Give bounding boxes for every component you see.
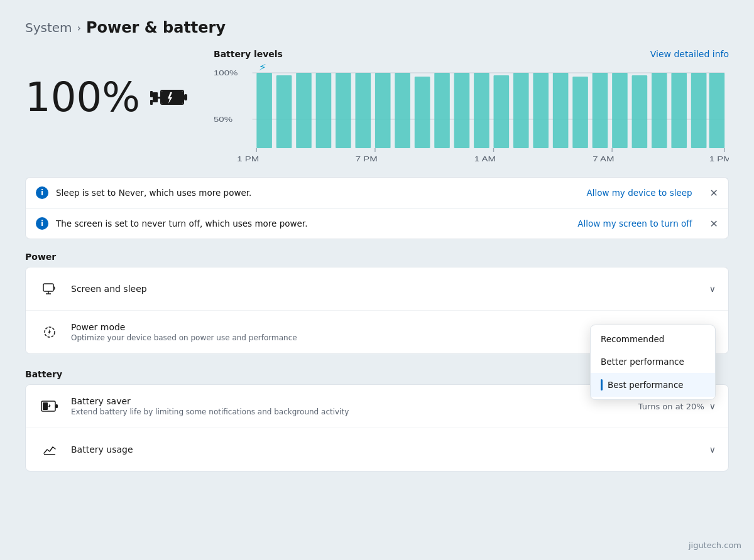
svg-rect-29 <box>533 73 549 148</box>
watermark: jigutech.com <box>689 541 741 550</box>
svg-rect-35 <box>652 73 667 148</box>
svg-text:7 PM: 7 PM <box>356 155 378 163</box>
svg-rect-0 <box>150 91 153 97</box>
notification-banners: i Sleep is set to Never, which uses more… <box>25 177 729 239</box>
battery-saver-right: Turns on at 20% ∨ <box>638 401 716 411</box>
svg-rect-2 <box>153 92 158 102</box>
info-icon-1: i <box>36 186 48 199</box>
power-settings-card: Screen and sleep ∨ Power mode Optimize y… <box>25 267 729 354</box>
svg-rect-16 <box>276 75 292 148</box>
dropdown-recommended[interactable]: Recommended <box>591 328 715 350</box>
top-section: 100% <box>25 49 729 164</box>
selected-bar-icon <box>601 379 603 390</box>
svg-text:1 PM: 1 PM <box>237 155 259 163</box>
chart-title: Battery levels <box>214 49 283 59</box>
svg-rect-36 <box>671 73 687 148</box>
battery-saver-content: Battery saver Extend battery life by lim… <box>71 396 638 416</box>
svg-rect-20 <box>356 73 371 148</box>
battery-usage-right[interactable]: ∨ <box>709 444 716 455</box>
screen-sleep-content: Screen and sleep <box>71 284 709 294</box>
battery-usage-icon <box>38 438 61 461</box>
svg-text:7 AM: 7 AM <box>593 155 614 163</box>
battery-usage-row[interactable]: Battery usage ∨ <box>26 428 728 471</box>
svg-rect-18 <box>316 73 332 148</box>
svg-rect-15 <box>256 73 272 148</box>
battery-chart-container: Battery levels View detailed info 100% 5… <box>201 49 729 164</box>
close-screen-notification-button[interactable]: ✕ <box>710 218 718 230</box>
battery-usage-content: Battery usage <box>71 444 709 455</box>
svg-rect-28 <box>513 73 529 148</box>
sleep-notification-text: Sleep is set to Never, which uses more p… <box>56 188 579 198</box>
breadcrumb: System › Power & battery <box>25 19 729 36</box>
svg-rect-19 <box>336 73 351 148</box>
screen-sleep-title: Screen and sleep <box>71 284 709 294</box>
screen-and-sleep-row[interactable]: Screen and sleep ∨ <box>26 267 728 311</box>
svg-rect-24 <box>434 73 450 148</box>
battery-saver-icon <box>38 395 61 417</box>
power-mode-icon <box>38 321 61 343</box>
svg-text:50%: 50% <box>214 116 232 124</box>
svg-rect-25 <box>454 73 470 148</box>
dropdown-better-performance[interactable]: Better performance <box>591 350 715 373</box>
close-sleep-notification-button[interactable]: ✕ <box>710 187 718 199</box>
screen-sleep-icon <box>38 277 61 300</box>
svg-rect-27 <box>494 75 510 148</box>
svg-text:1 PM: 1 PM <box>709 155 729 163</box>
svg-rect-31 <box>572 77 588 148</box>
dropdown-best-performance[interactable]: Best performance <box>591 373 715 397</box>
svg-rect-1 <box>150 100 153 105</box>
svg-rect-32 <box>593 73 608 148</box>
allow-screen-off-link[interactable]: Allow my screen to turn off <box>577 218 692 229</box>
svg-rect-22 <box>395 73 410 148</box>
screen-notification-banner: i The screen is set to never turn off, w… <box>25 208 729 239</box>
chart-header: Battery levels View detailed info <box>214 49 729 59</box>
battery-percentage-display: 100% <box>25 74 201 121</box>
svg-rect-21 <box>375 73 391 148</box>
svg-rect-3 <box>158 97 160 99</box>
dropdown-better-performance-label: Better performance <box>601 357 684 367</box>
svg-rect-38 <box>709 73 725 148</box>
battery-saver-subtitle: Extend battery life by limiting some not… <box>71 407 638 416</box>
breadcrumb-system[interactable]: System <box>25 20 72 35</box>
svg-rect-17 <box>296 73 312 148</box>
power-mode-dropdown[interactable]: Recommended Better performance Best perf… <box>590 325 716 400</box>
view-detailed-info-link[interactable]: View detailed info <box>650 49 729 59</box>
battery-usage-chevron-icon[interactable]: ∨ <box>709 444 716 455</box>
power-mode-row[interactable]: Power mode Optimize your device based on… <box>26 311 728 353</box>
svg-rect-54 <box>55 404 58 408</box>
svg-rect-49 <box>43 284 53 291</box>
screen-notification-text: The screen is set to never turn off, whi… <box>56 218 570 229</box>
svg-text:100%: 100% <box>214 69 238 77</box>
svg-rect-26 <box>474 73 489 148</box>
svg-rect-37 <box>691 73 707 148</box>
svg-rect-55 <box>43 402 48 410</box>
svg-rect-5 <box>184 94 187 100</box>
breadcrumb-current: Power & battery <box>86 19 226 36</box>
dropdown-best-performance-label: Best performance <box>608 380 684 390</box>
battery-saver-chevron-icon[interactable]: ∨ <box>709 401 716 411</box>
power-section-label: Power <box>25 252 729 262</box>
battery-saver-title: Battery saver <box>71 396 638 406</box>
svg-rect-33 <box>612 73 628 148</box>
battery-usage-title: Battery usage <box>71 444 709 455</box>
svg-text:⚡: ⚡ <box>258 64 266 72</box>
svg-rect-23 <box>415 77 430 148</box>
info-icon-2: i <box>36 217 48 230</box>
battery-saver-status: Turns on at 20% <box>638 402 704 411</box>
battery-charging-icon <box>150 86 188 109</box>
screen-sleep-right: ∨ <box>709 284 716 294</box>
sleep-notification-banner: i Sleep is set to Never, which uses more… <box>25 177 729 208</box>
dropdown-recommended-label: Recommended <box>601 334 664 344</box>
breadcrumb-chevron-icon: › <box>77 22 81 34</box>
svg-rect-34 <box>632 75 648 148</box>
screen-sleep-chevron-icon: ∨ <box>709 284 716 294</box>
svg-rect-30 <box>553 73 569 148</box>
svg-text:1 AM: 1 AM <box>474 155 496 163</box>
battery-percentage-text: 100% <box>25 74 140 121</box>
allow-sleep-link[interactable]: Allow my device to sleep <box>586 188 692 198</box>
battery-chart: 100% 50% ⚡ <box>214 64 729 164</box>
